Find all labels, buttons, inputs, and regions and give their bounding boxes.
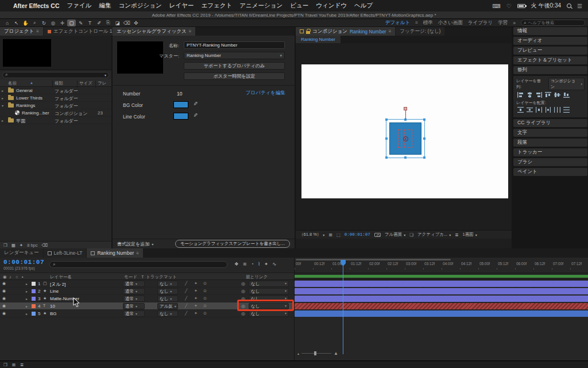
panel-header-cc-libraries[interactable]: CC ライブラリ — [513, 119, 587, 127]
workspace-menu-icon[interactable]: ≡ — [415, 20, 418, 25]
tab-composition[interactable]: コンポジション Ranking Number ≡ — [296, 27, 395, 36]
bg-color-swatch[interactable] — [173, 101, 188, 108]
tab-project[interactable]: プロジェクト ≡ — [0, 27, 43, 36]
align-target-dropdown[interactable]: コンポジション ▾ — [548, 78, 585, 90]
lock-column-icon[interactable]: ▪ — [22, 274, 24, 279]
zoom-slider-thumb[interactable] — [314, 351, 316, 355]
number-property-value[interactable]: 10 — [177, 91, 182, 97]
workspace-default[interactable]: デフォルト — [385, 20, 411, 26]
eraser-tool-icon[interactable]: ◪ — [113, 20, 122, 26]
item-name[interactable]: Lower Thirds — [16, 95, 42, 101]
layer-bar-bg[interactable] — [295, 310, 588, 317]
workspace-library[interactable]: ライブラリ — [468, 20, 493, 26]
twirl-icon[interactable]: ▸ — [26, 282, 28, 286]
col-type[interactable]: 種類 — [55, 80, 63, 86]
battery-icon[interactable] — [517, 4, 525, 8]
current-time-display[interactable]: 0:00:01:07 — [345, 232, 370, 237]
color-depth-label[interactable]: 8 bpc — [27, 243, 37, 248]
composition-viewer[interactable]: × — [296, 43, 512, 230]
region-of-interest-icon[interactable]: ❏ — [409, 232, 413, 237]
selection-tool-icon[interactable]: ↖ — [12, 20, 21, 26]
layer-row-line[interactable]: ◉ ▸ 2 ★ Line 通常▾ なし▾ ╱ ✦ ⊙ ◎ なし▾ — [0, 288, 294, 295]
distribute-h-center-icon[interactable] — [554, 107, 560, 113]
timeline-horizontal-scrollbar[interactable] — [296, 259, 451, 260]
item-name[interactable]: Rankings — [16, 103, 35, 108]
panel-header-effects-presets[interactable]: エフェクト＆プリセット — [513, 56, 587, 64]
panel-header-audio[interactable]: オーディオ — [513, 37, 587, 45]
project-row-general[interactable]: ▸ General フォルダー — [0, 87, 111, 94]
align-bottom-icon[interactable] — [563, 92, 570, 98]
menu-composition[interactable]: コンポジション — [119, 2, 162, 10]
menu-edit[interactable]: 編集 — [99, 2, 111, 10]
template-name-field[interactable]: PTNYT-Ranking Number — [184, 41, 285, 49]
timeline-current-time[interactable]: 0:00:01:07 — [3, 259, 44, 266]
frame-blending-icon[interactable]: ⌇ — [258, 261, 260, 267]
panel-header-paragraph[interactable]: 段落 — [513, 139, 587, 147]
parent-link-dropdown[interactable]: なし▾ — [249, 281, 289, 287]
export-template-button[interactable]: モーショングラフィックステンプレートを書き出し... — [175, 240, 290, 248]
label-color-chip[interactable] — [32, 297, 36, 301]
project-row-lower-thirds[interactable]: ▸ Lower Thirds フォルダー — [0, 94, 111, 102]
composition-panel-menu-icon[interactable]: ≡ — [389, 29, 392, 34]
menu-view[interactable]: ビュー — [290, 2, 308, 10]
layer-bar-null2[interactable] — [295, 281, 588, 287]
menu-animation[interactable]: アニメーション — [239, 2, 283, 10]
brush-tool-icon[interactable]: ✐ — [95, 20, 103, 26]
null-object-marker[interactable] — [404, 107, 407, 110]
work-area-band[interactable] — [295, 273, 588, 280]
help-search-input[interactable] — [528, 20, 577, 25]
add-formatting-dropdown[interactable]: 書式設定を追加 — [117, 241, 149, 247]
label-color-chip[interactable] — [32, 289, 36, 293]
active-camera-dropdown[interactable]: アクティブカ... ▾ — [417, 232, 451, 237]
blend-mode-dropdown[interactable]: 通常▾ — [123, 288, 145, 294]
snapshot-camera-icon[interactable] — [374, 233, 381, 237]
hide-shy-layers-icon[interactable]: ◔ — [251, 261, 254, 267]
project-row-ranking-number[interactable]: Ranking...ber コンポジション 23 — [0, 109, 111, 117]
effects-switch-icon[interactable]: ✦ — [194, 281, 198, 286]
col-parent-link[interactable]: 親とリンク — [246, 274, 268, 280]
resolution-dropdown[interactable]: フル画質 ▾ — [385, 232, 405, 237]
motion-blur-switch-icon[interactable]: ⊙ — [203, 281, 207, 286]
layer-name[interactable]: Line — [50, 289, 59, 294]
heart-status-icon[interactable]: ♡ — [506, 3, 512, 9]
time-ruler[interactable]: 00f00:12f01:00f01:12f02:00f02:12f03:00f0… — [295, 262, 588, 270]
item-name[interactable]: Ranking...ber — [22, 110, 49, 116]
project-flowchart-icon[interactable]: ❐ — [3, 243, 7, 248]
timeline-search-input[interactable] — [57, 262, 224, 267]
twirl-icon[interactable]: ▸ — [26, 297, 28, 301]
panel-header-info[interactable]: 情報 — [513, 27, 587, 35]
pen-tool-icon[interactable]: ✎ — [76, 20, 85, 26]
motion-blur-switch-icon[interactable]: ⊙ — [203, 289, 207, 293]
selection-handle[interactable] — [385, 137, 388, 140]
item-name[interactable]: General — [16, 88, 32, 93]
col-trkmat-t[interactable]: T — [141, 274, 144, 279]
panel-header-align[interactable]: 整列 — [513, 66, 587, 74]
col-layer-name[interactable]: レイヤー名 — [50, 274, 72, 280]
track-matte-dropdown[interactable]: アル反▾ — [157, 303, 178, 309]
project-row-solids[interactable]: ▸ 平面 フォルダー — [0, 117, 111, 124]
timeline-panel-menu-icon[interactable]: ≡ — [136, 251, 139, 256]
view-layout-icon[interactable]: ≣ — [455, 232, 458, 237]
spotlight-search-icon[interactable] — [567, 3, 571, 8]
menubar-clock[interactable]: 火 午後0:34 — [531, 2, 561, 10]
timeline-zoom-slider[interactable] — [301, 353, 331, 354]
blend-mode-dropdown[interactable]: 通常▾ — [123, 296, 145, 302]
workspace-learn[interactable]: 学習 — [498, 20, 508, 26]
align-top-icon[interactable] — [545, 92, 551, 98]
tab-ranking-number-timeline[interactable]: Ranking Number ≡ — [87, 248, 142, 258]
layer-name[interactable]: 10 — [50, 304, 55, 309]
parent-pickwhip-icon[interactable]: ◎ — [241, 289, 245, 294]
timeline-track-area[interactable]: 00f00:12f01:00f01:12f02:00f02:12f03:00f0… — [294, 258, 588, 361]
tab-footage[interactable]: フッテージ: (なし) — [396, 27, 444, 36]
home-tool-icon[interactable]: ⌂ — [3, 20, 11, 26]
motion-blur-switch-icon[interactable]: ⊙ — [203, 304, 207, 308]
status-panel-icon[interactable]: ❐ — [3, 362, 7, 367]
clone-stamp-tool-icon[interactable]: ⎘ — [104, 20, 113, 26]
effects-switch-icon[interactable]: ✦ — [194, 311, 198, 316]
quality-switch-icon[interactable]: ╱ — [185, 281, 187, 286]
item-name[interactable]: 平面 — [16, 118, 25, 124]
selection-handle[interactable] — [423, 137, 425, 140]
roto-brush-tool-icon[interactable]: ⌫ — [122, 20, 131, 26]
trash-icon[interactable]: ⌫ — [41, 243, 48, 248]
eye-icon[interactable]: ◉ — [2, 311, 6, 316]
